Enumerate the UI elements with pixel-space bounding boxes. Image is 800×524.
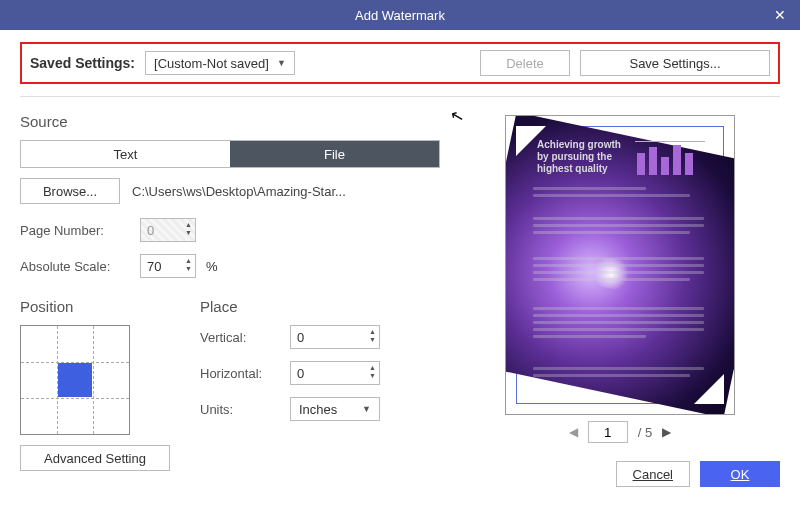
cursor-icon: ↖ — [448, 106, 465, 128]
position-heading: Position — [20, 298, 170, 315]
horizontal-label: Horizontal: — [200, 366, 280, 381]
browse-button[interactable]: Browse... — [20, 178, 120, 204]
saved-settings-value: [Custom-Not saved] — [154, 56, 269, 71]
caret-down-icon: ▼ — [362, 404, 371, 414]
preview-document: Achieving growth by pursuing the highest… — [516, 126, 724, 404]
preview-pager: ◀ / 5 ▶ — [460, 421, 780, 443]
ok-button[interactable]: OK — [700, 461, 780, 487]
source-tabs: Text File — [20, 140, 440, 168]
preview-title: Achieving growth by pursuing the highest… — [537, 139, 621, 175]
dialog-title: Add Watermark — [355, 8, 445, 23]
saved-settings-label: Saved Settings: — [30, 55, 135, 71]
saved-settings-row: Saved Settings: [Custom-Not saved] ▼ Del… — [20, 42, 780, 84]
vertical-input[interactable]: 0 ▲▼ — [290, 325, 380, 349]
spinner-arrows-icon: ▲▼ — [185, 221, 192, 237]
preview-chart — [635, 141, 705, 175]
close-icon: ✕ — [774, 7, 786, 23]
page-number-input: 0 ▲▼ — [140, 218, 196, 242]
delete-button[interactable]: Delete — [480, 50, 570, 76]
position-grid[interactable] — [20, 325, 130, 435]
pager-prev-button[interactable]: ◀ — [569, 425, 578, 439]
spinner-arrows-icon[interactable]: ▲▼ — [369, 364, 376, 380]
file-path: C:\Users\ws\Desktop\Amazing-Star... — [120, 184, 346, 199]
caret-down-icon: ▼ — [277, 58, 286, 68]
place-heading: Place — [200, 298, 440, 315]
vertical-label: Vertical: — [200, 330, 280, 345]
saved-settings-dropdown[interactable]: [Custom-Not saved] ▼ — [145, 51, 295, 75]
pager-next-button[interactable]: ▶ — [662, 425, 671, 439]
tab-text[interactable]: Text — [21, 141, 230, 167]
title-bar: Add Watermark ✕ — [0, 0, 800, 30]
watermark-preview: Achieving growth by pursuing the highest… — [505, 115, 735, 415]
pager-page-input[interactable] — [588, 421, 628, 443]
tab-file[interactable]: File — [230, 141, 439, 167]
spinner-arrows-icon[interactable]: ▲▼ — [369, 328, 376, 344]
save-settings-button[interactable]: Save Settings... — [580, 50, 770, 76]
advanced-setting-button[interactable]: Advanced Setting — [20, 445, 170, 471]
pager-total: / 5 — [638, 425, 652, 440]
spinner-arrows-icon[interactable]: ▲▼ — [185, 257, 192, 273]
close-button[interactable]: ✕ — [760, 0, 800, 30]
page-number-label: Page Number: — [20, 223, 130, 238]
absolute-scale-label: Absolute Scale: — [20, 259, 130, 274]
horizontal-input[interactable]: 0 ▲▼ — [290, 361, 380, 385]
units-dropdown[interactable]: Inches ▼ — [290, 397, 380, 421]
units-label: Units: — [200, 402, 280, 417]
absolute-scale-input[interactable]: 70 ▲▼ — [140, 254, 196, 278]
source-heading: Source — [20, 113, 440, 130]
absolute-scale-unit: % — [206, 259, 218, 274]
position-selected-center — [58, 363, 92, 397]
cancel-button[interactable]: Cancel — [616, 461, 690, 487]
